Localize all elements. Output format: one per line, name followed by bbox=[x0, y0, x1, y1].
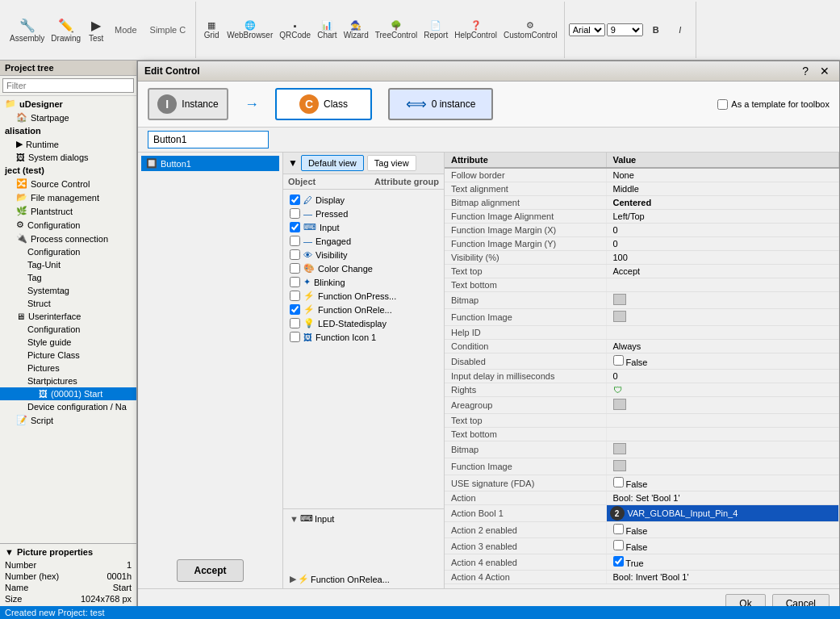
attr-value-cell[interactable]: 2VAR_GLOBAL_Input_Pin_4 bbox=[606, 505, 839, 522]
expand-fn[interactable]: ▶ bbox=[290, 574, 296, 584]
template-checkbox[interactable] bbox=[717, 99, 728, 110]
sidebar-item-script[interactable]: 📝 Script bbox=[0, 413, 136, 427]
tree-node-input[interactable]: ▼ ⌨ Input bbox=[286, 512, 441, 525]
sidebar-item-alisation[interactable]: alisation bbox=[0, 124, 136, 137]
report-btn[interactable]: 📄Report bbox=[420, 19, 451, 41]
fn-onpress-checkbox[interactable] bbox=[290, 291, 300, 301]
prop-number-val: 1 bbox=[127, 560, 132, 570]
sidebar-item-pictures[interactable]: Pictures bbox=[0, 362, 136, 374]
font-select[interactable]: Arial bbox=[569, 23, 605, 36]
default-view-tab[interactable]: Default view bbox=[301, 155, 364, 171]
table-row: Areagroup bbox=[445, 397, 839, 414]
image-icon[interactable] bbox=[613, 460, 626, 471]
led-checkbox[interactable] bbox=[290, 318, 300, 328]
toolbar-group-font: Arial 9 B I bbox=[565, 2, 696, 58]
grid-btn[interactable]: ▦Grid bbox=[199, 19, 224, 41]
obj-list: 🔲 Button1 bbox=[138, 153, 282, 553]
attr-name-cell: Action bbox=[445, 491, 606, 505]
drawing-tab[interactable]: ✏️ Drawing bbox=[48, 16, 84, 44]
sidebar-item-runtime[interactable]: ▶ Runtime bbox=[0, 137, 136, 151]
assembly-tab[interactable]: 🔧 Assembly bbox=[6, 16, 48, 44]
customcontrol-btn[interactable]: ⚙CustomControl bbox=[500, 19, 561, 41]
close-btn[interactable]: ✕ bbox=[817, 65, 833, 77]
attr-checkbox[interactable] bbox=[613, 355, 624, 366]
sidebar-item-ject[interactable]: ject (test) bbox=[0, 164, 136, 177]
display-checkbox[interactable] bbox=[290, 194, 300, 205]
attr-checkbox[interactable] bbox=[613, 524, 624, 534]
fn-icon1-checkbox[interactable] bbox=[290, 332, 300, 342]
sidebar-item-systemtag[interactable]: Systemtag bbox=[0, 284, 136, 297]
wizard-label: Wizard bbox=[344, 31, 369, 40]
attr-name-cell: Disabled bbox=[445, 353, 606, 370]
sidebar-item-startpage[interactable]: 🏠 Startpage bbox=[0, 111, 136, 124]
obj-item-button1[interactable]: 🔲 Button1 bbox=[141, 156, 279, 171]
sidebar-item-startpictures[interactable]: Startpictures bbox=[0, 374, 136, 387]
image-icon[interactable] bbox=[613, 311, 626, 322]
wizard-btn[interactable]: 🧙Wizard bbox=[341, 19, 372, 41]
sidebar-item-style-guide[interactable]: Style guide bbox=[0, 336, 136, 349]
attr-group-blinking: ✦ Blinking bbox=[286, 275, 441, 289]
italic-btn[interactable]: I bbox=[668, 23, 692, 36]
help-btn[interactable]: ? bbox=[799, 65, 812, 77]
drawing-label: Drawing bbox=[51, 34, 81, 43]
filter-input[interactable] bbox=[2, 78, 134, 93]
sidebar-item-configuration[interactable]: ⚙ Configuration bbox=[0, 218, 136, 232]
bold-btn[interactable]: B bbox=[644, 23, 668, 36]
sidebar-item-picture-class[interactable]: Picture Class bbox=[0, 349, 136, 362]
sidebar-item-plantstruct[interactable]: 🌿 Plantstruct bbox=[0, 204, 136, 218]
image-icon[interactable] bbox=[613, 294, 626, 305]
attr-name-cell: Visibility (%) bbox=[445, 251, 606, 265]
webbrowser-btn[interactable]: 🌐WebBrowser bbox=[224, 19, 276, 41]
attr-checkbox[interactable] bbox=[613, 556, 624, 567]
table-row: Action 2 enabled False bbox=[445, 522, 839, 538]
attr-name-cell: Action 3 enabled bbox=[445, 538, 606, 554]
qrcode-btn[interactable]: ▪QRCode bbox=[276, 19, 314, 41]
sidebar-item-file-management[interactable]: 📂 File management bbox=[0, 190, 136, 204]
collapse-icon[interactable]: ▼ bbox=[5, 547, 14, 557]
accept-button[interactable]: Accept bbox=[177, 559, 243, 582]
blinking-label: Blinking bbox=[314, 278, 345, 287]
expand-input[interactable]: ▼ bbox=[290, 514, 299, 524]
fn-onrele-checkbox[interactable] bbox=[290, 304, 300, 315]
pressed-checkbox[interactable] bbox=[290, 208, 300, 219]
attr-checkbox[interactable] bbox=[613, 477, 624, 487]
dialog-body: I Instance → C Class ⟺ 0 instance As a t… bbox=[138, 82, 839, 588]
chart-btn[interactable]: 📊Chart bbox=[314, 19, 340, 41]
name-input[interactable] bbox=[148, 131, 269, 148]
image-icon[interactable] bbox=[613, 399, 626, 410]
sidebar-item-start[interactable]: 🖼 (00001) Start bbox=[0, 387, 136, 400]
input-checkbox[interactable] bbox=[290, 222, 300, 232]
tree-node-fn-onrelea[interactable]: ▶ ⚡ Function OnRelea... bbox=[286, 573, 441, 585]
sidebar-item-process-connection[interactable]: 🔌 Process connection bbox=[0, 232, 136, 245]
sidebar-item-config-3[interactable]: Configuration bbox=[0, 323, 136, 336]
sidebar-item-udesigner[interactable]: 📁 uDesigner bbox=[0, 97, 136, 111]
helpcontrol-btn[interactable]: ❓HelpControl bbox=[451, 19, 500, 41]
sidebar-item-tag-unit[interactable]: Tag-Unit bbox=[0, 258, 136, 271]
class-label: Class bbox=[324, 98, 348, 110]
engaged-checkbox[interactable] bbox=[290, 236, 300, 246]
attr-value-cell: True bbox=[606, 554, 839, 571]
sidebar-item-tag[interactable]: Tag bbox=[0, 271, 136, 284]
attr-value-cell: 0 bbox=[606, 224, 839, 237]
sidebar-item-userinterface[interactable]: 🖥 Userinterface bbox=[0, 310, 136, 323]
tag-view-tab[interactable]: Tag view bbox=[367, 155, 416, 171]
attr-group-pressed: — Pressed bbox=[286, 207, 441, 220]
color-change-checkbox[interactable] bbox=[290, 263, 300, 274]
test-tab[interactable]: ▶ Test bbox=[84, 16, 108, 44]
treecontrol-btn[interactable]: 🌳TreeControl bbox=[372, 19, 420, 41]
visibility-checkbox[interactable] bbox=[290, 249, 300, 260]
sidebar-item-device-config[interactable]: Device configuration / Na bbox=[0, 400, 136, 413]
blinking-checkbox[interactable] bbox=[290, 277, 300, 287]
sidebar-item-source-control[interactable]: 🔀 Source Control bbox=[0, 177, 136, 190]
config-icon: ⚙ bbox=[16, 220, 24, 230]
template-check: As a template for toolbox bbox=[717, 99, 830, 110]
image-icon[interactable] bbox=[613, 443, 626, 454]
chart-label: Chart bbox=[317, 31, 336, 40]
font-size-select[interactable]: 9 bbox=[607, 23, 643, 36]
display-label: Display bbox=[316, 195, 345, 205]
sidebar-item-system-dialogs[interactable]: 🖼 System dialogs bbox=[0, 151, 136, 164]
table-row: Text bottom bbox=[445, 428, 839, 441]
sidebar-item-struct[interactable]: Struct bbox=[0, 297, 136, 310]
attr-checkbox[interactable] bbox=[613, 540, 624, 550]
sidebar-item-config-2[interactable]: Configuration bbox=[0, 245, 136, 258]
